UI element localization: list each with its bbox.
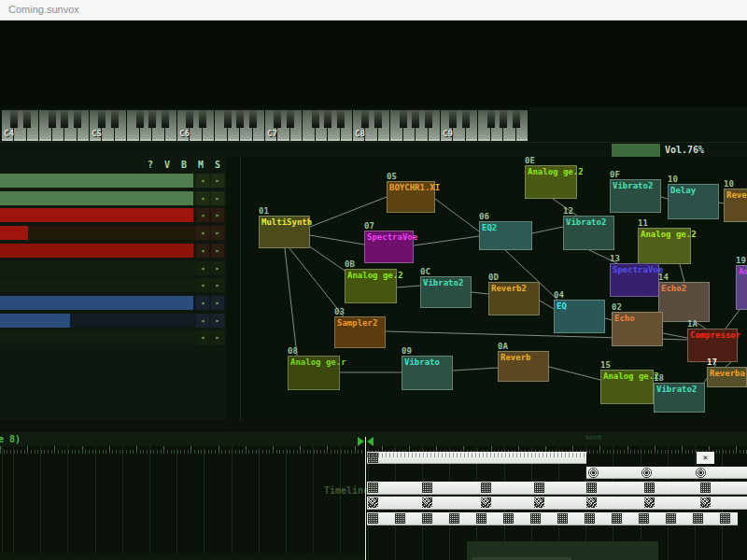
- pattern-thumb-icon[interactable]: [666, 513, 676, 524]
- module-05-BOYCHR1.XI[interactable]: BOYCHR1.XI: [387, 181, 435, 213]
- module-06-EQ2[interactable]: EQ2: [479, 221, 532, 250]
- track-level-bar[interactable]: [0, 208, 193, 222]
- piano-key-black[interactable]: [361, 110, 369, 128]
- pattern-thumb-icon[interactable]: [422, 513, 432, 524]
- pattern-thumb-icon[interactable]: [476, 513, 486, 524]
- volume-slider[interactable]: Vol.76%: [0, 142, 747, 158]
- piano-key-black[interactable]: [324, 110, 331, 128]
- pattern-thumb-icon[interactable]: [368, 453, 378, 463]
- module-0B-Analog ge.2[interactable]: Analog ge.2: [345, 269, 397, 303]
- pattern-thumb-icon[interactable]: [586, 483, 597, 493]
- track-arrow-right[interactable]: ▸: [211, 208, 224, 222]
- piano-key-black[interactable]: [199, 110, 206, 128]
- piano-key-black[interactable]: [312, 110, 319, 128]
- playhead-marker-right-icon[interactable]: [367, 437, 374, 446]
- module-03-Sampler2[interactable]: Sampler2: [334, 316, 386, 348]
- playhead-marker-left-icon[interactable]: [358, 437, 364, 446]
- module-13-SpectraVoe[interactable]: SpectraVoe: [610, 263, 659, 297]
- track-level-bar[interactable]: [0, 226, 28, 240]
- pattern-thumb-icon[interactable]: [588, 468, 599, 478]
- module-10-Delay[interactable]: Delay: [668, 184, 719, 219]
- module-04-EQ[interactable]: EQ: [554, 300, 605, 333]
- module-17-Reverba[interactable]: Reverba: [707, 367, 747, 387]
- piano-key-black[interactable]: [249, 110, 257, 128]
- pattern-thumb-icon[interactable]: [395, 513, 405, 524]
- piano-key-black[interactable]: [236, 110, 244, 128]
- module-12-Vibrato2[interactable]: Vibrato2: [563, 216, 614, 250]
- module-01-MultiSynth[interactable]: MultiSynth: [259, 216, 310, 248]
- track-arrow-right[interactable]: ▸: [211, 174, 224, 188]
- module-08-Analog ge.r[interactable]: Analog ge.r: [288, 356, 340, 390]
- piano-key-black[interactable]: [287, 110, 294, 128]
- pattern-thumb-icon[interactable]: [700, 497, 711, 508]
- track-arrow-right[interactable]: ▸: [211, 226, 224, 240]
- piano-key-black[interactable]: [136, 110, 144, 128]
- track-arrow-left[interactable]: ◂: [196, 208, 209, 222]
- module-15-Analog ge.2[interactable]: Analog ge.2: [600, 370, 654, 404]
- pattern-thumb-icon[interactable]: [534, 483, 544, 493]
- piano-key-black[interactable]: [23, 110, 31, 128]
- piano-key-black[interactable]: [337, 110, 345, 128]
- track-arrow-left[interactable]: ◂: [196, 278, 209, 292]
- module-0F-Vibrato2[interactable]: Vibrato2: [610, 179, 661, 213]
- track-level-bar[interactable]: [0, 314, 70, 328]
- pattern-thumb-icon[interactable]: [368, 513, 378, 524]
- track-arrow-left[interactable]: ◂: [196, 314, 209, 328]
- module-14-Echo2[interactable]: Echo2: [658, 282, 710, 322]
- track-level-bar[interactable]: [0, 244, 193, 258]
- piano-key-black[interactable]: [162, 110, 169, 128]
- track-arrow-right[interactable]: ▸: [211, 296, 224, 310]
- pattern-block-x[interactable]: ✕: [697, 452, 714, 464]
- pattern-thumb-icon[interactable]: [641, 468, 652, 478]
- pattern-thumb-icon[interactable]: [644, 497, 655, 508]
- pattern-thumb-icon[interactable]: [639, 513, 649, 524]
- track-arrow-right[interactable]: ▸: [211, 261, 224, 275]
- pattern-block[interactable]: [367, 452, 586, 464]
- pattern-thumb-icon[interactable]: [696, 468, 706, 478]
- module-07-SpectraVoe[interactable]: SpectraVoe: [364, 231, 414, 263]
- module-0A-Reverb[interactable]: Reverb: [498, 351, 549, 382]
- track-arrow-right[interactable]: ▸: [211, 278, 224, 292]
- track-arrow-right[interactable]: ▸: [211, 314, 224, 328]
- track-arrow-right[interactable]: ▸: [211, 244, 224, 258]
- track-level-bar[interactable]: [0, 174, 193, 188]
- pattern-thumb-icon[interactable]: [644, 483, 655, 493]
- track-arrow-left[interactable]: ◂: [196, 296, 209, 310]
- module-02-Echo[interactable]: Echo: [612, 312, 663, 346]
- piano-key-black[interactable]: [186, 110, 193, 128]
- piano-key-black[interactable]: [111, 110, 119, 128]
- module-11-Analog ge.2[interactable]: Analog ge.2: [638, 228, 691, 264]
- piano-key-black[interactable]: [400, 110, 407, 128]
- piano-key-black[interactable]: [487, 110, 495, 128]
- pattern-thumb-icon[interactable]: [693, 513, 703, 524]
- piano-key-black[interactable]: [274, 110, 281, 128]
- piano-key-black[interactable]: [449, 110, 457, 128]
- pattern-thumb-icon[interactable]: [422, 497, 432, 508]
- pattern-thumb-icon[interactable]: [585, 513, 595, 524]
- playhead-line[interactable]: [365, 437, 366, 560]
- track-arrow-left[interactable]: ◂: [196, 226, 209, 240]
- pattern-thumb-icon[interactable]: [586, 497, 597, 508]
- piano-key-black[interactable]: [462, 110, 470, 128]
- pattern-block[interactable]: [586, 467, 747, 479]
- pattern-thumb-icon[interactable]: [481, 483, 491, 493]
- track-arrow-left[interactable]: ◂: [196, 261, 209, 275]
- module-0D-Reverb2[interactable]: Reverb2: [488, 282, 540, 315]
- track-arrow-right[interactable]: ▸: [211, 191, 224, 205]
- pattern-thumb-icon[interactable]: [503, 513, 514, 524]
- pattern-thumb-icon[interactable]: [422, 483, 432, 493]
- piano-key-black[interactable]: [374, 110, 382, 128]
- pattern-thumb-icon[interactable]: [368, 483, 378, 493]
- piano-key-black[interactable]: [49, 110, 56, 128]
- pattern-thumb-icon[interactable]: [449, 513, 459, 524]
- piano-key-black[interactable]: [148, 110, 156, 128]
- module-10-Reverb[interactable]: Reverb: [724, 189, 747, 222]
- window-titlebar[interactable]: Coming.sunvox: [0, 0, 747, 21]
- track-arrow-left[interactable]: ◂: [196, 174, 209, 188]
- piano-key-black[interactable]: [61, 110, 68, 128]
- piano-key-black[interactable]: [98, 110, 106, 128]
- track-arrow-left[interactable]: ◂: [196, 244, 209, 258]
- pattern-thumb-icon[interactable]: [530, 513, 541, 524]
- track-arrow-left[interactable]: ◂: [196, 330, 209, 344]
- module-0C-Vibrato2[interactable]: Vibrato2: [420, 276, 472, 308]
